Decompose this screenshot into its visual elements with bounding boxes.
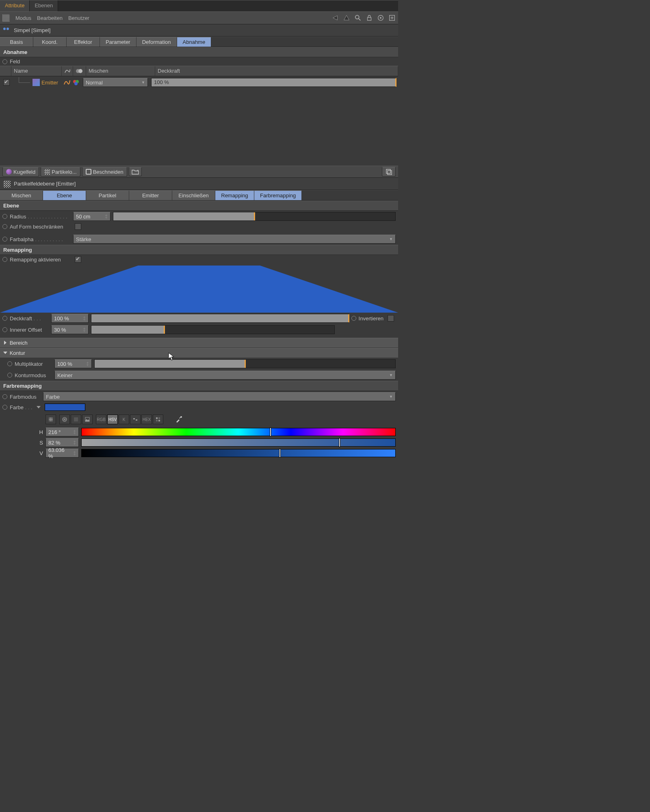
deckkraft-slider[interactable] <box>91 314 349 323</box>
tab2-einschliessen[interactable]: Einschließen <box>172 190 215 200</box>
deckkraft-input[interactable]: 100 % <box>51 314 89 323</box>
row-curve-icon[interactable] <box>63 79 71 86</box>
row-mix-select[interactable]: Normal <box>83 78 148 87</box>
ct-mixer-icon[interactable] <box>130 415 141 424</box>
col-curve-icon[interactable] <box>62 66 73 76</box>
konturmodus-select[interactable]: Keiner <box>54 371 396 380</box>
aufform-checkbox[interactable] <box>75 223 81 230</box>
tab-koord[interactable]: Koord. <box>33 37 67 47</box>
svg-rect-4 <box>368 17 371 20</box>
anim-dot-farbalpha[interactable] <box>2 237 7 242</box>
ct-image-icon[interactable] <box>82 415 93 424</box>
ct-wheel-icon[interactable] <box>59 415 70 424</box>
s-input[interactable]: 82 % <box>46 438 79 447</box>
sat-slider[interactable] <box>81 438 396 447</box>
anim-dot-mult[interactable] <box>7 361 12 366</box>
eyedropper-icon[interactable] <box>175 415 183 423</box>
ct-hex-button[interactable]: HEX <box>141 415 152 424</box>
btn-beschneiden[interactable]: Beschneiden <box>82 167 127 177</box>
nav-left-icon[interactable] <box>332 14 339 22</box>
svg-rect-25 <box>136 419 137 421</box>
invertieren-checkbox[interactable] <box>388 315 394 322</box>
tab2-mischen[interactable]: Mischen <box>0 190 43 200</box>
col-mischen[interactable]: Mischen <box>86 66 155 76</box>
tab-abnahme[interactable]: Abnahme <box>177 37 212 47</box>
anim-dot-farbe[interactable] <box>2 405 7 410</box>
menu-benutzer[interactable]: Benutzer <box>68 15 89 21</box>
lock-icon[interactable] <box>366 14 373 22</box>
eyes-icon <box>3 28 11 33</box>
innerer-input[interactable]: 30 % <box>51 325 89 334</box>
tab-deformation[interactable]: Deformation <box>136 37 177 47</box>
falloff-visualization[interactable] <box>0 264 398 313</box>
color-swatch[interactable] <box>45 404 85 411</box>
anim-dot-farbmodus[interactable] <box>2 394 7 399</box>
svg-point-14 <box>74 82 78 85</box>
btn-folder[interactable]: + <box>129 167 142 176</box>
remap-activate-checkbox[interactable] <box>75 256 81 263</box>
field-list-row[interactable]: Emitter Normal 100 % <box>0 76 398 89</box>
innerer-slider[interactable] <box>91 325 335 334</box>
val-slider[interactable] <box>81 449 396 457</box>
btn-kugelfeld[interactable]: Kugelfeld <box>2 167 39 177</box>
ct-spectrum-icon[interactable] <box>46 415 56 424</box>
anim-dot-invertieren[interactable] <box>351 316 356 321</box>
ct-k-button[interactable]: K <box>119 415 129 424</box>
ct-square-icon[interactable] <box>71 415 81 424</box>
btn-cliplayer[interactable] <box>382 167 396 177</box>
row-opacity-bar[interactable]: 100 % <box>151 78 396 87</box>
h-input[interactable]: 216 ° <box>46 428 79 436</box>
tab2-remapping[interactable]: Remapping <box>215 190 254 200</box>
section-ebene: Ebene <box>0 201 398 211</box>
col-deckkraft[interactable]: Deckkraft <box>155 66 398 76</box>
search-icon[interactable] <box>354 14 362 22</box>
row-checkbox[interactable] <box>3 79 10 86</box>
new-window-icon[interactable] <box>388 14 396 22</box>
tab2-partikel[interactable]: Partikel <box>86 190 129 200</box>
anim-dot-radius[interactable] <box>2 214 7 219</box>
tab-parameter[interactable]: Parameter <box>100 37 136 47</box>
field-list-area[interactable] <box>0 89 398 166</box>
nav-up-icon[interactable] <box>343 14 350 22</box>
tab-effektor[interactable]: Effektor <box>67 37 100 47</box>
farbmodus-select[interactable]: Farbe <box>43 392 396 401</box>
col-circles-icon[interactable] <box>73 66 86 76</box>
ct-swatches-icon[interactable] <box>153 415 163 424</box>
v-input[interactable]: 63.036 % <box>46 449 79 458</box>
row-circles-icon[interactable] <box>72 79 80 86</box>
multiplikator-input[interactable]: 100 % <box>54 359 92 368</box>
anim-dot-remap[interactable] <box>2 257 7 262</box>
window-tab-ebenen[interactable]: Ebenen <box>30 0 58 11</box>
anim-dot[interactable] <box>2 59 7 64</box>
menu-bearbeiten[interactable]: Bearbeiten <box>37 15 63 21</box>
btn-partikelo[interactable]: Partikelo... <box>41 167 80 177</box>
farbalpha-select[interactable]: Stärke <box>73 235 396 244</box>
anim-dot-innerer[interactable] <box>2 327 7 332</box>
anim-dot-konturmodus[interactable] <box>7 373 12 378</box>
chevron-down-icon <box>3 352 7 354</box>
multiplikator-slider[interactable] <box>94 359 396 368</box>
expand-kontur[interactable]: Kontur <box>0 348 398 358</box>
grid-icon[interactable] <box>2 14 10 22</box>
target-icon[interactable] <box>377 14 384 22</box>
color-expand-icon[interactable] <box>37 406 41 408</box>
innerer-row: Innerer Offset 30 % <box>0 324 398 335</box>
menu-modus[interactable]: Modus <box>15 15 31 21</box>
col-name[interactable]: Name <box>11 66 62 76</box>
ct-hsv-button[interactable]: HSV <box>107 415 118 424</box>
tab2-farbremapping[interactable]: Farbremapping <box>254 190 302 200</box>
svg-text:+: + <box>137 169 139 172</box>
window-tab-attribute[interactable]: Attribute <box>0 0 30 11</box>
anim-dot-aufform[interactable] <box>2 224 7 229</box>
hue-slider[interactable] <box>81 428 396 436</box>
expand-bereich[interactable]: Bereich <box>0 338 398 348</box>
anim-dot-deckkraft[interactable] <box>2 316 7 321</box>
radius-slider[interactable] <box>113 212 396 221</box>
tab2-emitter[interactable]: Emitter <box>129 190 172 200</box>
tab2-ebene[interactable]: Ebene <box>43 190 86 200</box>
row-name[interactable]: Emitter <box>41 80 58 86</box>
tab-basis[interactable]: Basis <box>0 37 33 47</box>
radius-input[interactable]: 50 cm <box>73 212 110 221</box>
ct-rgb-button[interactable]: RGB <box>96 415 106 424</box>
svg-rect-28 <box>156 420 158 421</box>
